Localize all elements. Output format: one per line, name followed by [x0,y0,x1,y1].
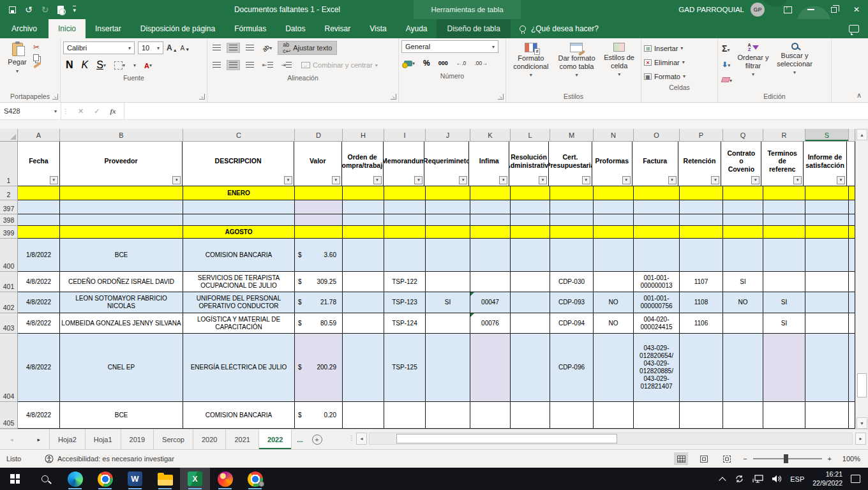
cell[interactable] [849,272,855,292]
fill-button[interactable]: ⬇▾ [722,58,732,70]
cell[interactable]: 1108 [680,292,723,313]
cell[interactable] [470,200,511,214]
merge-center-button[interactable]: ↔Combinar y centrar▾ [297,58,382,72]
copy-icon[interactable] [33,54,39,61]
cell[interactable]: SI [723,272,763,292]
header-cell[interactable]: Contrato o Covenio▼ [721,142,761,186]
cell[interactable] [805,334,849,402]
cell[interactable] [426,402,470,429]
cell[interactable] [343,226,384,239]
cell[interactable]: 4/8/2022 [18,292,60,313]
tabbar-resize-handle[interactable]: ⋮ [348,434,355,442]
horizontal-scrollbar[interactable] [369,433,853,445]
cell[interactable] [511,334,550,402]
cell[interactable] [426,272,470,292]
format-as-table-button[interactable]: Dar formato como tabla▾ [553,40,599,91]
cell[interactable] [680,226,723,239]
cell[interactable] [295,200,343,214]
row-header[interactable]: 402 [0,292,18,313]
cell[interactable]: 1107 [680,272,723,292]
cell[interactable]: 001-001-000000013 [634,272,680,292]
cell[interactable] [343,200,384,214]
cell[interactable] [849,292,855,313]
cell[interactable] [511,186,550,200]
cell[interactable] [805,239,849,272]
cell[interactable] [60,200,183,214]
view-page-break-button[interactable] [720,452,734,465]
cell[interactable] [805,272,849,292]
cell[interactable] [805,200,849,214]
formula-input[interactable] [124,103,868,119]
cell[interactable]: COMISION BANCARIA [183,402,295,429]
cell[interactable]: 043-029-012820654/ 043-029-012820885/ 04… [634,334,680,402]
cell[interactable] [723,214,763,226]
cell[interactable] [426,186,470,200]
delete-cells-button[interactable]: ✕Eliminar▾ [644,56,715,68]
filter-button[interactable]: ▼ [284,176,292,184]
cell[interactable]: SI [763,292,805,313]
cell[interactable]: 004-020-000024415 [634,313,680,334]
cell[interactable] [723,334,763,402]
column-header[interactable]: B [60,129,183,142]
row-header[interactable]: 397 [0,200,18,214]
header-cell[interactable]: Proveedor▼ [60,142,183,186]
tell-me-box[interactable]: ¿Qué desea hacer? [511,19,608,38]
scroll-up-icon[interactable]: ▲ [857,129,867,140]
cell[interactable] [594,226,634,239]
cell[interactable] [470,226,511,239]
cell[interactable]: BCE [60,239,183,272]
row-header[interactable]: 399 [0,226,18,239]
cell[interactable]: CDP-030 [550,272,594,292]
cell[interactable] [594,272,634,292]
cell[interactable] [550,186,594,200]
fill-color-button[interactable]: ▾ [131,61,138,70]
cell[interactable]: COMISION BANCARIA [183,239,295,272]
filter-button[interactable]: ▼ [172,176,181,184]
filter-button[interactable]: ▼ [373,176,382,184]
header-cell[interactable]: Resolución Administrativa▼ [509,142,549,186]
cell[interactable] [18,226,60,239]
increase-indent-button[interactable]: ⇥ [279,60,295,70]
decrease-indent-button[interactable]: ⇤ [260,60,276,70]
cell[interactable]: LOMBEIDA GONZALES JENNY SILVANA [60,313,183,334]
cell[interactable] [470,214,511,226]
filter-button[interactable]: ▼ [582,176,590,184]
cell[interactable] [295,214,343,226]
filter-button[interactable]: ▼ [414,176,423,184]
accessibility-status[interactable]: Accesibilidad: es necesario investigar [45,454,174,463]
view-normal-button[interactable] [674,452,688,465]
cell[interactable] [18,200,60,214]
cell[interactable] [763,402,805,429]
cell[interactable]: SI [426,292,470,313]
collapse-ribbon-icon[interactable]: ∧ [857,91,862,100]
column-header[interactable]: S [805,129,849,142]
cell[interactable] [763,214,805,226]
cell[interactable] [634,239,680,272]
zoom-out-icon[interactable]: − [743,455,747,463]
grow-font-button[interactable]: A▲ [167,43,177,52]
scroll-down-icon[interactable]: ▼ [857,417,867,429]
name-box[interactable]: S428▾ [0,103,61,119]
row-header[interactable]: 405 [0,402,18,429]
decrease-decimal-button[interactable]: .00→ [472,58,490,68]
cell[interactable] [594,186,634,200]
cell[interactable] [60,226,183,239]
column-header[interactable]: R [763,129,805,142]
cell[interactable]: AGOSTO [183,226,295,239]
cell[interactable] [470,239,511,272]
cell[interactable] [343,214,384,226]
paste-button[interactable]: Pegar▾ [3,40,32,91]
filter-button[interactable]: ▼ [622,176,631,184]
cell[interactable]: $80.59 [295,313,343,334]
align-right-button[interactable] [243,60,257,70]
row-header[interactable]: 401 [0,272,18,292]
header-cell[interactable]: Fecha▼ [18,142,60,186]
taskbar-explorer[interactable] [150,468,180,490]
sheet-nav-next-icon[interactable]: ▸ [38,436,41,443]
row-header[interactable]: 404 [0,334,18,402]
tab-insertar[interactable]: Insertar [86,19,131,38]
cell[interactable] [723,226,763,239]
conditional-formatting-button[interactable]: Formato condicional▾ [509,40,553,91]
cell[interactable]: $0.20 [295,402,343,429]
column-header[interactable]: Q [723,129,763,142]
